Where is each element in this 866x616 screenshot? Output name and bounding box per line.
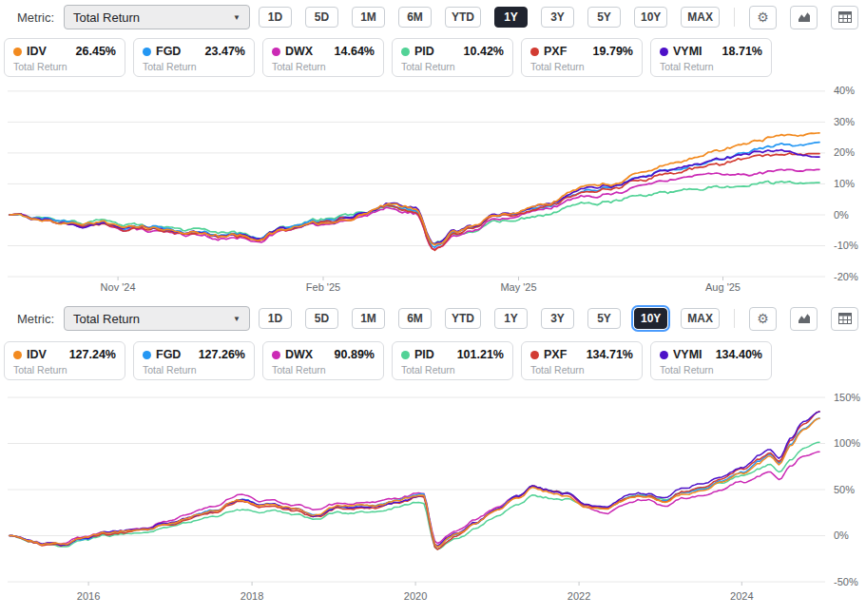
range-button-5y[interactable]: 5Y bbox=[587, 7, 621, 28]
series-metric-label: Total Return bbox=[530, 364, 633, 375]
series-ticker: PID bbox=[414, 45, 434, 58]
range-button-ytd[interactable]: YTD bbox=[445, 7, 481, 28]
series-metric-label: Total Return bbox=[13, 364, 116, 375]
series-color-dot bbox=[401, 351, 410, 359]
chart-type-button[interactable] bbox=[790, 6, 818, 29]
range-button-5y[interactable]: 5Y bbox=[587, 308, 621, 329]
series-ticker: DWX bbox=[285, 45, 313, 58]
range-button-max[interactable]: MAX bbox=[681, 308, 720, 329]
legend-card-pxf[interactable]: PXF19.79% Total Return bbox=[521, 38, 643, 77]
range-button-10y[interactable]: 10Y bbox=[634, 7, 667, 28]
svg-text:40%: 40% bbox=[834, 85, 855, 96]
range-button-6m[interactable]: 6M bbox=[398, 308, 432, 329]
table-icon bbox=[838, 313, 852, 324]
series-value: 101.21% bbox=[457, 348, 504, 361]
legend-card-idv[interactable]: IDV26.45% Total Return bbox=[4, 38, 125, 77]
svg-text:Feb '25: Feb '25 bbox=[306, 281, 340, 293]
range-button-1y[interactable]: 1Y bbox=[494, 7, 528, 28]
series-value: 134.71% bbox=[587, 348, 633, 361]
series-metric-label: Total Return bbox=[660, 61, 762, 72]
metric-label: Metric: bbox=[17, 10, 54, 25]
legend-card-fgd[interactable]: FGD23.47% Total Return bbox=[133, 38, 255, 77]
series-color-dot bbox=[13, 351, 22, 359]
range-button-10y[interactable]: 10Y bbox=[634, 308, 667, 329]
svg-text:May '25: May '25 bbox=[500, 281, 536, 293]
range-button-3y[interactable]: 3Y bbox=[541, 7, 574, 28]
series-ticker: FGD bbox=[156, 348, 181, 361]
svg-text:0%: 0% bbox=[834, 209, 849, 221]
legend-card-fgd[interactable]: FGD127.26% Total Return bbox=[133, 341, 255, 380]
svg-text:10%: 10% bbox=[834, 178, 855, 189]
range-button-1y[interactable]: 1Y bbox=[494, 308, 528, 329]
gear-icon: ⚙ bbox=[757, 312, 769, 325]
legend-card-pid[interactable]: PID101.21% Total Return bbox=[392, 341, 513, 380]
settings-button[interactable]: ⚙ bbox=[749, 307, 777, 331]
series-metric-label: Total Return bbox=[272, 364, 375, 375]
range-button-1d[interactable]: 1D bbox=[259, 7, 292, 28]
toolbar-10y: Metric: Total Return ▼ 1D 5D 1M 6M YTD 1… bbox=[0, 305, 866, 332]
series-ticker: VYMI bbox=[673, 45, 702, 58]
svg-text:100%: 100% bbox=[834, 437, 860, 449]
range-button-1m[interactable]: 1M bbox=[352, 308, 385, 329]
series-color-dot bbox=[660, 351, 668, 359]
svg-text:20%: 20% bbox=[834, 146, 855, 158]
range-button-3y[interactable]: 3Y bbox=[541, 308, 574, 329]
total-return-chart-10y[interactable]: 150%100%50%0%-50%20162018202020222024 bbox=[0, 383, 866, 616]
range-button-6m[interactable]: 6M bbox=[398, 7, 432, 28]
legend-card-idv[interactable]: IDV127.24% Total Return bbox=[4, 341, 125, 380]
table-view-button[interactable] bbox=[831, 6, 858, 29]
legend-card-pxf[interactable]: PXF134.71% Total Return bbox=[521, 341, 643, 380]
toolbar-divider bbox=[734, 309, 735, 328]
metric-dropdown[interactable]: Total Return ▼ bbox=[64, 306, 250, 331]
legend-card-vymi[interactable]: VYMI134.40% Total Return bbox=[650, 341, 772, 380]
series-color-dot bbox=[143, 48, 151, 56]
svg-text:-20%: -20% bbox=[834, 271, 858, 282]
series-value: 127.24% bbox=[69, 348, 116, 361]
table-icon bbox=[838, 11, 852, 23]
metric-dropdown[interactable]: Total Return ▼ bbox=[64, 5, 250, 29]
svg-text:30%: 30% bbox=[834, 116, 855, 127]
toolbar-1y: Metric: Total Return ▼ 1D 5D 1M 6M YTD 1… bbox=[0, 4, 866, 30]
range-button-max[interactable]: MAX bbox=[681, 7, 720, 28]
range-button-1d[interactable]: 1D bbox=[259, 308, 292, 329]
series-metric-label: Total Return bbox=[13, 61, 116, 72]
legend-card-pid[interactable]: PID10.42% Total Return bbox=[392, 38, 513, 77]
svg-text:2018: 2018 bbox=[241, 590, 263, 602]
metric-dropdown-value: Total Return bbox=[73, 312, 140, 326]
area-chart-icon bbox=[798, 313, 811, 324]
legend-row-10y: IDV127.24% Total Return FGD127.26% Total… bbox=[4, 341, 772, 380]
svg-text:Nov '24: Nov '24 bbox=[101, 281, 136, 293]
series-metric-label: Total Return bbox=[660, 364, 762, 375]
chart-type-button[interactable] bbox=[790, 307, 818, 331]
legend-card-dwx[interactable]: DWX14.64% Total Return bbox=[262, 38, 384, 77]
settings-button[interactable]: ⚙ bbox=[749, 6, 777, 29]
series-ticker: FGD bbox=[156, 45, 181, 58]
series-ticker: IDV bbox=[27, 45, 47, 58]
series-ticker: DWX bbox=[285, 348, 313, 361]
series-color-dot bbox=[272, 351, 280, 359]
series-color-dot bbox=[530, 351, 539, 359]
total-return-chart-1y[interactable]: 40%30%20%10%0%-10%-20%Nov '24Feb '25May … bbox=[0, 81, 866, 299]
svg-text:-10%: -10% bbox=[834, 240, 858, 251]
chevron-down-icon: ▼ bbox=[233, 315, 241, 323]
series-metric-label: Total Return bbox=[401, 61, 504, 72]
svg-text:0%: 0% bbox=[834, 529, 849, 541]
series-value: 10.42% bbox=[464, 45, 504, 58]
series-color-dot bbox=[143, 351, 151, 359]
stock-comparison-app: Metric: Total Return ▼ 1D 5D 1M 6M YTD 1… bbox=[0, 0, 866, 616]
range-button-5d[interactable]: 5D bbox=[305, 7, 338, 28]
table-view-button[interactable] bbox=[831, 307, 858, 331]
legend-card-dwx[interactable]: DWX90.89% Total Return bbox=[262, 341, 384, 380]
legend-card-vymi[interactable]: VYMI18.71% Total Return bbox=[650, 38, 772, 77]
range-button-1m[interactable]: 1M bbox=[352, 7, 385, 28]
series-value: 23.47% bbox=[205, 45, 245, 58]
metric-label: Metric: bbox=[17, 312, 54, 326]
range-button-5d[interactable]: 5D bbox=[305, 308, 338, 329]
series-metric-label: Total Return bbox=[401, 364, 504, 375]
svg-text:2022: 2022 bbox=[568, 590, 590, 602]
range-button-ytd[interactable]: YTD bbox=[445, 308, 481, 329]
series-value: 90.89% bbox=[335, 348, 375, 361]
svg-text:Aug '25: Aug '25 bbox=[705, 281, 741, 293]
series-value: 127.26% bbox=[199, 348, 245, 361]
area-chart-icon bbox=[798, 11, 811, 23]
